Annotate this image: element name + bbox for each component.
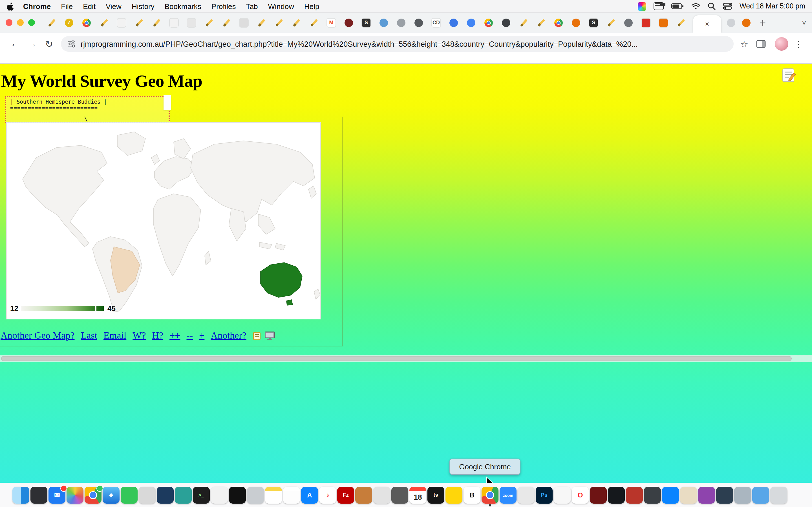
page-link-8[interactable]: +: [199, 330, 204, 341]
dock-opera[interactable]: O: [572, 487, 589, 504]
bookmark-star-icon[interactable]: ☆: [740, 39, 748, 49]
tab-favicon[interactable]: [554, 18, 563, 27]
spotlight-search-icon[interactable]: [707, 2, 715, 10]
geochart-panel[interactable]: 12 45: [6, 122, 321, 320]
tab-favicon[interactable]: [502, 18, 510, 27]
tab-favicon[interactable]: [519, 18, 528, 27]
menu-item-view[interactable]: View: [106, 2, 121, 10]
dock-app[interactable]: [644, 487, 661, 504]
dock-app[interactable]: [626, 487, 643, 504]
dock-zoom[interactable]: zoom: [500, 487, 516, 504]
tab-favicon[interactable]: [607, 18, 615, 27]
dock-stickies[interactable]: [446, 487, 462, 504]
dock-app[interactable]: [139, 487, 156, 504]
menu-clock[interactable]: Wed 18 Mar 5:00 pm: [740, 2, 805, 10]
dock-photoshop[interactable]: Ps: [536, 487, 553, 504]
dock-app[interactable]: [662, 487, 679, 504]
tab-favicon[interactable]: [449, 18, 458, 27]
page-link-9[interactable]: Another?: [211, 330, 246, 341]
dock-notes[interactable]: [265, 487, 282, 504]
page-link-6[interactable]: ++: [169, 330, 180, 341]
menu-item-help[interactable]: Help: [304, 2, 319, 10]
dock-filezilla[interactable]: Fz: [337, 487, 354, 504]
dock-app[interactable]: [680, 487, 697, 504]
tab-favicon[interactable]: [82, 18, 91, 27]
dock-app[interactable]: [157, 487, 174, 504]
new-tab-button[interactable]: +: [760, 17, 766, 28]
menu-item-chrome[interactable]: Chrome: [23, 2, 51, 10]
tab-favicon[interactable]: ✓: [65, 18, 73, 27]
traffic-light-zoom[interactable]: [28, 19, 35, 26]
notepad-icon[interactable]: [253, 331, 261, 340]
tab-favicon[interactable]: [135, 18, 143, 27]
dock-folder[interactable]: [734, 487, 751, 504]
page-link-5[interactable]: H?: [152, 330, 163, 341]
profile-avatar[interactable]: [775, 37, 788, 51]
dock-music[interactable]: ♪: [319, 487, 336, 504]
tab-favicon[interactable]: [345, 18, 353, 27]
tab-favicon[interactable]: [187, 18, 196, 27]
url-text[interactable]: rjmprogramming.com.au/PHP/GeoChart/geo_c…: [81, 40, 638, 48]
world-map[interactable]: [7, 123, 320, 319]
page-link-7[interactable]: --: [187, 330, 193, 341]
menu-item-edit[interactable]: Edit: [83, 2, 96, 10]
tab-favicon[interactable]: [467, 18, 475, 27]
browser-menu-button[interactable]: ⋮: [794, 39, 803, 49]
dock-app[interactable]: [716, 487, 733, 504]
dock-app[interactable]: [175, 487, 192, 504]
dock-bbedit[interactable]: B: [463, 487, 480, 504]
tab-search-chevron[interactable]: ˅: [802, 18, 806, 27]
dock-launchpad[interactable]: [31, 487, 47, 504]
menu-item-window[interactable]: Window: [268, 2, 294, 10]
traffic-light-close[interactable]: [6, 19, 12, 26]
url-bar[interactable]: rjmprogramming.com.au/PHP/GeoChart/geo_c…: [61, 36, 733, 52]
tab-favicon[interactable]: [310, 18, 318, 27]
input-menu-icon[interactable]: [653, 2, 663, 10]
dock-mail[interactable]: ✉: [49, 487, 65, 504]
screen-app-icon[interactable]: [638, 2, 646, 10]
tab-favicon[interactable]: [659, 18, 668, 27]
tab-favicon[interactable]: M: [327, 18, 336, 27]
forward-button[interactable]: →: [24, 38, 41, 50]
active-tab[interactable]: ×: [693, 15, 721, 33]
dock-app[interactable]: [518, 487, 535, 504]
region-tasmania[interactable]: [287, 300, 293, 305]
tab-favicon[interactable]: [292, 18, 301, 27]
menu-item-tab[interactable]: Tab: [246, 2, 258, 10]
dock-app[interactable]: [698, 487, 715, 504]
menu-item-bookmarks[interactable]: Bookmarks: [165, 2, 201, 10]
dock-chrome-active[interactable]: [481, 487, 499, 504]
tab-favicon[interactable]: [170, 18, 178, 27]
monitor-icon[interactable]: [264, 331, 275, 340]
dock-chrome[interactable]: [85, 487, 101, 504]
side-panel-icon[interactable]: [756, 40, 766, 48]
dock-app[interactable]: [391, 487, 408, 504]
dock-app[interactable]: [247, 487, 264, 504]
tab-favicon[interactable]: [742, 18, 751, 27]
dock-finder[interactable]: [12, 487, 29, 504]
tab-favicon[interactable]: [537, 18, 545, 27]
tab-close-button[interactable]: ×: [705, 20, 709, 27]
dock-terminal[interactable]: >_: [193, 487, 210, 504]
tab-favicon[interactable]: CD: [432, 18, 441, 27]
tab-favicon[interactable]: [257, 18, 266, 27]
tab-favicon[interactable]: [152, 18, 161, 27]
dock-apple-tv[interactable]: tv: [427, 487, 444, 504]
dock-app[interactable]: [608, 487, 625, 504]
dock-app[interactable]: [355, 487, 372, 504]
wifi-icon[interactable]: [691, 3, 700, 10]
dock-calendar[interactable]: 18: [409, 487, 426, 504]
tab-favicon[interactable]: S: [589, 18, 598, 27]
dock-messages[interactable]: [121, 487, 138, 504]
menu-item-history[interactable]: History: [132, 2, 154, 10]
page-link-2[interactable]: Last: [81, 330, 98, 341]
site-settings-icon[interactable]: [68, 40, 75, 48]
page-link-1[interactable]: Another Geo Map?: [1, 330, 75, 341]
tab-favicon[interactable]: [414, 18, 423, 27]
page-link-3[interactable]: Email: [103, 330, 126, 341]
tab-favicon[interactable]: [624, 18, 633, 27]
dock-safari[interactable]: [103, 487, 119, 504]
tab-favicon[interactable]: [642, 18, 650, 27]
dock-app[interactable]: [211, 487, 228, 504]
battery-icon[interactable]: [671, 3, 684, 10]
